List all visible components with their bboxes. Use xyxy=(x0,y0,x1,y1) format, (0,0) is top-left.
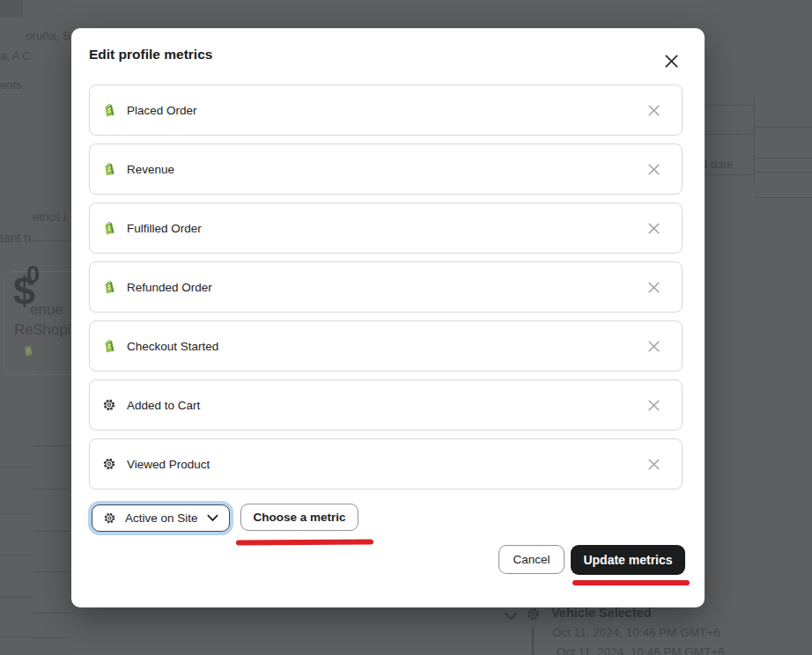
metric-label: Refunded Order xyxy=(127,281,212,294)
divider-line xyxy=(705,134,754,135)
divider-line xyxy=(32,531,70,532)
divider-line xyxy=(32,489,70,489)
shopify-icon xyxy=(102,221,116,235)
metric-label: Revenue xyxy=(127,163,174,176)
close-icon xyxy=(647,222,661,235)
red-annotation-underline-choose xyxy=(236,540,373,545)
divider-line xyxy=(0,597,32,598)
close-icon xyxy=(647,399,661,412)
close-icon xyxy=(647,340,661,353)
bg-event-title: Vehicle Selected xyxy=(551,606,652,620)
shopify-icon xyxy=(102,280,116,294)
metric-type-dropdown[interactable]: Active on Site xyxy=(92,504,230,532)
divider-line xyxy=(705,105,754,106)
shopify-icon xyxy=(102,162,116,176)
gear-icon xyxy=(526,607,541,625)
modal-scrim: oruña, S a, A C ents etrics i tant n 0 $… xyxy=(0,0,812,655)
metric-row: Added to Cart xyxy=(89,379,683,431)
bg-text-location: oruña, S xyxy=(26,29,70,42)
gear-icon xyxy=(102,398,116,412)
remove-metric-button[interactable] xyxy=(643,394,664,416)
divider-line xyxy=(0,467,32,467)
divider-line xyxy=(32,637,70,638)
cancel-button[interactable]: Cancel xyxy=(498,545,565,574)
close-icon xyxy=(647,163,661,176)
red-annotation-underline-update xyxy=(572,580,690,585)
nav-corner xyxy=(0,0,23,18)
dropdown-selected-value: Active on Site xyxy=(125,511,198,525)
metric-row: Refunded Order xyxy=(89,261,683,313)
bg-card-title-tail: enue xyxy=(30,301,63,319)
divider-line xyxy=(32,571,70,572)
divider-line xyxy=(0,513,32,514)
chevron-down-icon xyxy=(504,608,518,624)
remove-metric-button[interactable] xyxy=(643,99,664,121)
metric-label: Fulfilled Order xyxy=(127,222,202,235)
choose-a-metric-button[interactable]: Choose a metric xyxy=(240,504,358,531)
close-icon xyxy=(647,104,661,117)
remove-metric-button[interactable] xyxy=(643,453,664,475)
gear-icon xyxy=(102,457,116,471)
divider-line xyxy=(32,613,70,614)
metric-label: Added to Cart xyxy=(127,399,200,412)
remove-metric-button[interactable] xyxy=(643,335,664,357)
divider-line xyxy=(0,555,32,556)
divider-line xyxy=(32,240,70,241)
divider-line xyxy=(0,637,32,637)
bg-text-segments: ents xyxy=(0,78,22,92)
divider-line xyxy=(705,174,754,175)
divider-line xyxy=(755,197,812,198)
metric-label: Checkout Started xyxy=(127,340,218,353)
metric-row: Fulfilled Order xyxy=(89,202,683,254)
metric-row: Placed Order xyxy=(89,85,683,136)
remove-metric-button[interactable] xyxy=(643,217,664,239)
update-metrics-button[interactable]: Update metrics xyxy=(571,545,685,575)
timeline-connector xyxy=(532,627,534,655)
remove-metric-button[interactable] xyxy=(643,158,664,180)
chevron-down-icon xyxy=(207,514,218,522)
close-icon xyxy=(647,458,661,471)
edit-profile-metrics-dialog: Edit profile metrics Plac xyxy=(71,28,705,607)
divider-line xyxy=(754,97,755,188)
divider-line xyxy=(32,445,70,446)
metric-row: Checkout Started xyxy=(89,320,683,372)
bg-text-location-2: a, A C xyxy=(0,49,31,63)
divider-line xyxy=(755,172,812,173)
divider-line xyxy=(755,127,812,128)
bg-field-label-end-date: d date xyxy=(701,158,733,171)
divider-line xyxy=(755,158,812,158)
gear-icon xyxy=(103,511,116,525)
bg-event-timestamp: Oct 11, 2024, 10:46 PM GMT+6 xyxy=(552,626,720,639)
bg-text-metrics: etrics i xyxy=(33,210,66,224)
metric-label: Viewed Product xyxy=(127,458,210,471)
bg-text-important: tant n xyxy=(0,231,31,245)
shopify-icon xyxy=(102,103,116,117)
close-icon xyxy=(647,281,661,294)
bg-card-sub-1: Re xyxy=(14,321,33,339)
remove-metric-button[interactable] xyxy=(643,276,664,298)
shopify-icon xyxy=(102,339,116,353)
bg-event-timestamp-2: Oct 11, 2024, 10:46 PM GMT+6 xyxy=(557,645,725,655)
metric-label: Placed Order xyxy=(127,104,197,117)
metric-row: Viewed Product xyxy=(89,438,683,489)
shopify-icon xyxy=(22,344,34,360)
metric-row: Revenue xyxy=(89,144,683,195)
